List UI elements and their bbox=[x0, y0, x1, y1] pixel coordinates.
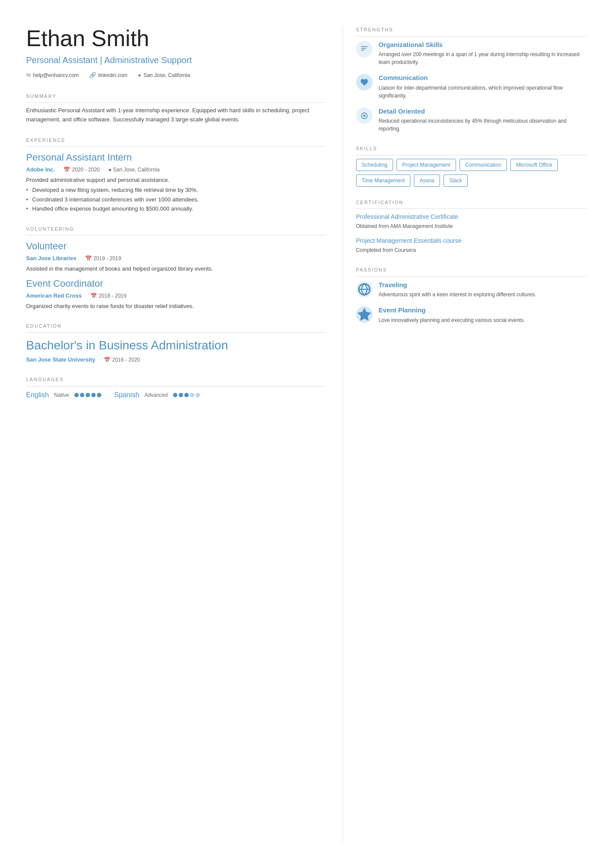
job-location-0: ● San Jose, California bbox=[109, 166, 160, 174]
pin-icon-0: ● bbox=[109, 166, 112, 174]
vol-company-0: San Jose Libraries bbox=[26, 254, 77, 263]
candidate-title: Personal Assistant | Administrative Supp… bbox=[26, 54, 325, 67]
passions-section: PASSIONS Traveling Adventurous spirit wi… bbox=[356, 266, 587, 324]
strengths-label: STRENGTHS bbox=[356, 26, 587, 37]
strength-content-2: Detail Oriented Reduced operational inco… bbox=[379, 107, 587, 133]
passion-name-1: Event Planning bbox=[379, 305, 525, 315]
location-icon: ● bbox=[138, 71, 141, 80]
summary-label: SUMMARY bbox=[26, 93, 325, 103]
education-label: EDUCATION bbox=[26, 322, 325, 333]
job-bullets-0: Developed a new filing system, reducing … bbox=[26, 186, 325, 213]
right-column: STRENGTHS Organizational Skills Arranged… bbox=[343, 26, 587, 842]
dot-1-1 bbox=[173, 393, 177, 397]
skill-4: Time Management bbox=[356, 174, 411, 187]
cert-name-1: Project Management Essentials course bbox=[356, 236, 587, 245]
vol-desc-1: Organized charity events to raise funds … bbox=[26, 302, 325, 311]
detail-icon bbox=[360, 111, 369, 120]
resume-page: Ethan Smith Personal Assistant | Adminis… bbox=[0, 0, 613, 868]
education-section: EDUCATION Bachelor's in Business Adminis… bbox=[26, 322, 325, 364]
vol-date-0: 📅 2019 - 2019 bbox=[85, 255, 121, 262]
svg-rect-2 bbox=[361, 50, 364, 50]
contact-linkedin: 🔗 linkedin.com bbox=[89, 71, 127, 80]
vol-title-0: Volunteer bbox=[26, 239, 325, 253]
dot-1-2 bbox=[179, 393, 183, 397]
skills-grid: Scheduling Project Management Communicat… bbox=[356, 159, 587, 187]
calendar-icon-0: 📅 bbox=[63, 166, 70, 174]
passion-1: Event Planning Love innovatively plannin… bbox=[356, 305, 587, 324]
job-meta-0: Adobe Inc. 📅 2020 - 2020 ● San Jose, Cal… bbox=[26, 165, 325, 174]
strength-desc-2: Reduced operational inconsistencies by 4… bbox=[379, 117, 587, 133]
dot-1-3 bbox=[184, 393, 189, 397]
strength-content-0: Organizational Skills Arranged over 200 … bbox=[379, 40, 587, 67]
org-icon bbox=[360, 45, 369, 54]
lang-name-0: English bbox=[26, 390, 49, 400]
bullet-0-1: Coordinated 3 international conferences … bbox=[26, 195, 325, 204]
edu-date-0: 📅 2016 - 2020 bbox=[104, 356, 140, 364]
experience-section: EXPERIENCE Personal Assistant Intern Ado… bbox=[26, 137, 325, 213]
vol-company-1: American Red Cross bbox=[26, 292, 82, 300]
vol-meta-1: American Red Cross 📅 2018 - 2019 bbox=[26, 292, 325, 300]
skill-5: Asana bbox=[414, 174, 440, 187]
strength-2: Detail Oriented Reduced operational inco… bbox=[356, 107, 587, 133]
strength-name-1: Communication bbox=[379, 73, 587, 83]
skill-2: Communication bbox=[460, 159, 507, 171]
calendar-icon-edu-0: 📅 bbox=[104, 356, 110, 364]
comm-icon bbox=[360, 78, 369, 87]
passion-icon-1 bbox=[356, 306, 373, 323]
edu-school-0: San Jose State University bbox=[26, 355, 95, 364]
cert-from-1: Completed from Coursera bbox=[356, 246, 587, 254]
job-date-0: 📅 2020 - 2020 bbox=[63, 166, 100, 174]
languages-row: English Native Spanish Advanced bbox=[26, 390, 325, 400]
left-column: Ethan Smith Personal Assistant | Adminis… bbox=[26, 26, 325, 842]
strength-1: Communication Liaison for inter-departme… bbox=[356, 73, 587, 100]
cert-0: Professional Administrative Certificate … bbox=[356, 212, 587, 230]
lang-level-0: Native bbox=[54, 391, 69, 399]
vol-meta-0: San Jose Libraries 📅 2019 - 2019 bbox=[26, 254, 325, 263]
dot-0-5 bbox=[97, 393, 101, 397]
experience-label: EXPERIENCE bbox=[26, 137, 325, 147]
dot-0-4 bbox=[91, 393, 96, 397]
strength-name-0: Organizational Skills bbox=[379, 40, 587, 50]
svg-marker-7 bbox=[357, 308, 371, 321]
skill-0: Scheduling bbox=[356, 159, 393, 171]
passion-0: Traveling Adventurous spirit with a keen… bbox=[356, 280, 587, 299]
candidate-name: Ethan Smith bbox=[26, 26, 325, 51]
skills-label: SKILLS bbox=[356, 145, 587, 155]
contact-location: ● San Jose, California bbox=[138, 71, 190, 80]
passion-icon-0 bbox=[356, 281, 373, 298]
travel-icon bbox=[356, 281, 373, 298]
lang-level-1: Advanced bbox=[144, 391, 167, 399]
volunteering-label: VOLUNTEERING bbox=[26, 225, 325, 236]
lang-name-1: Spanish bbox=[114, 390, 140, 400]
passion-content-1: Event Planning Love innovatively plannin… bbox=[379, 305, 525, 324]
job-title-0: Personal Assistant Intern bbox=[26, 150, 325, 164]
svg-point-4 bbox=[363, 114, 365, 117]
linkedin-icon: 🔗 bbox=[89, 71, 96, 80]
email-icon: ✉ bbox=[26, 71, 31, 80]
strength-desc-1: Liaison for inter-departmental communica… bbox=[379, 84, 587, 100]
job-desc-0: Provided administrative support and pers… bbox=[26, 176, 325, 184]
strengths-section: STRENGTHS Organizational Skills Arranged… bbox=[356, 26, 587, 133]
passion-desc-1: Love innovatively planning and executing… bbox=[379, 316, 525, 324]
vol-date-1: 📅 2018 - 2019 bbox=[90, 292, 127, 300]
vol-title-1: Event Coordinator bbox=[26, 276, 325, 291]
skill-6: Slack bbox=[443, 174, 467, 187]
bullet-0-2: Handled office expense budget amounting … bbox=[26, 204, 325, 213]
skills-section: SKILLS Scheduling Project Management Com… bbox=[356, 145, 587, 187]
certification-label: CERTIFICATION bbox=[356, 199, 587, 209]
dot-0-3 bbox=[86, 393, 90, 397]
lang-dots-0 bbox=[74, 393, 101, 397]
star-icon bbox=[356, 306, 373, 323]
language-english: English Native bbox=[26, 390, 101, 400]
dot-0-1 bbox=[74, 393, 79, 397]
edu-meta-0: San Jose State University 📅 2016 - 2020 bbox=[26, 355, 325, 364]
strength-desc-0: Arranged over 200 meetings in a span of … bbox=[379, 50, 587, 66]
cert-name-0: Professional Administrative Certificate bbox=[356, 212, 587, 221]
summary-text: Enthusiastic Personal Assistant with 1-y… bbox=[26, 106, 325, 124]
strength-icon-2 bbox=[356, 107, 373, 124]
edu-degree-0: Bachelor's in Business Administration bbox=[26, 336, 325, 355]
dot-0-2 bbox=[80, 393, 84, 397]
languages-section: LANGUAGES English Native Spanish Advanc bbox=[26, 376, 325, 400]
cert-1: Project Management Essentials course Com… bbox=[356, 236, 587, 254]
volunteering-section: VOLUNTEERING Volunteer San Jose Librarie… bbox=[26, 225, 325, 311]
